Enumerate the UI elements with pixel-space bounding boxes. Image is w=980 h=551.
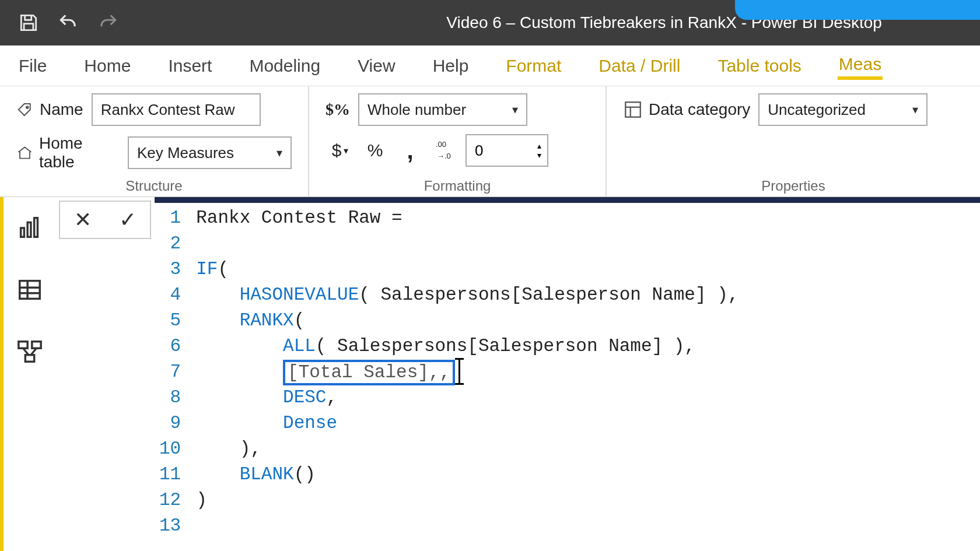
decimals-icon[interactable]: .00→.0 [430,134,460,167]
model-view-icon[interactable] [16,338,43,365]
svg-rect-9 [19,281,40,299]
svg-text:.00: .00 [436,140,446,149]
currency-button[interactable]: $▾ [326,134,355,167]
tab-meas[interactable]: Meas [838,52,883,80]
chevron-down-icon: ▾ [276,146,282,160]
svg-point-0 [26,107,29,109]
svg-rect-8 [34,218,37,237]
undo-icon[interactable] [57,12,79,34]
name-label: Name [16,100,83,119]
formatting-group-label: Formatting [309,178,606,194]
svg-text:→.0: →.0 [437,152,451,160]
formula-confirm-bar: ✕ ✓ [55,197,155,551]
data-category-label: Data category [623,100,750,120]
redo-icon[interactable] [97,12,119,34]
percent-button[interactable]: % [360,134,390,167]
spin-down-icon[interactable]: ▾ [531,150,547,160]
tab-modeling[interactable]: Modeling [248,54,321,78]
report-view-icon[interactable] [16,215,43,241]
tab-help[interactable]: Help [432,54,470,78]
svg-rect-7 [27,222,31,237]
structure-group: Name Home table Key Measures ▾ Structure [0,86,309,196]
data-category-select[interactable]: Uncategorized ▾ [758,93,928,126]
tab-data-drill[interactable]: Data / Drill [597,54,681,78]
line-gutter: 12345678910111213 [155,203,186,551]
tab-file[interactable]: File [18,54,48,78]
title-bar: Video 6 – Custom Tiebreakers in RankX - … [0,0,980,45]
formula-editor: ✕ ✓ 12345678910111213 Rankx Contest Raw … [55,197,980,551]
chevron-down-icon: ▾ [912,103,918,117]
tab-insert[interactable]: Insert [167,54,213,78]
teams-banner[interactable] [735,0,980,20]
svg-rect-3 [625,102,640,117]
ribbon-tabs: FileHomeInsertModelingViewHelpFormatData… [0,45,980,86]
chevron-down-icon: ▾ [512,103,518,117]
save-icon[interactable] [18,12,40,34]
home-table-label: Home table [16,134,120,171]
view-rail [0,197,55,551]
decimal-places-stepper[interactable]: 0 ▴ ▾ [466,134,548,167]
svg-rect-14 [32,342,40,349]
svg-rect-13 [18,342,27,349]
spin-up-icon[interactable]: ▴ [531,141,547,150]
properties-group-label: Properties [607,178,980,194]
formatting-group: $% Whole number ▾ $▾ % , .00→.0 0 ▴ ▾ [309,86,607,196]
svg-rect-6 [20,228,24,237]
quick-access-toolbar [0,12,119,34]
text-cursor [459,358,460,385]
code-body[interactable]: Rankx Contest Raw = IF( HASONEVALUE( Sal… [186,203,749,551]
data-view-icon[interactable] [16,276,43,303]
properties-group: Data category Uncategorized ▾ Properties [607,86,980,196]
tab-home[interactable]: Home [83,54,132,78]
tab-table-tools[interactable]: Table tools [716,54,802,78]
tab-format[interactable]: Format [505,54,562,78]
name-input[interactable] [92,93,261,126]
svg-rect-15 [25,355,34,362]
structure-group-label: Structure [0,178,308,194]
format-select[interactable]: Whole number ▾ [358,93,527,126]
cancel-formula-button[interactable]: ✕ [74,208,92,232]
thousands-button[interactable]: , [396,134,425,167]
dax-editor[interactable]: 12345678910111213 Rankx Contest Raw = IF… [155,197,980,551]
commit-formula-button[interactable]: ✓ [119,208,136,232]
format-icon: $% [326,100,350,119]
ribbon-body: Name Home table Key Measures ▾ Structure… [0,86,980,197]
main-area: ✕ ✓ 12345678910111213 Rankx Contest Raw … [0,197,980,551]
home-table-select[interactable]: Key Measures ▾ [128,136,292,169]
tab-view[interactable]: View [356,54,396,78]
